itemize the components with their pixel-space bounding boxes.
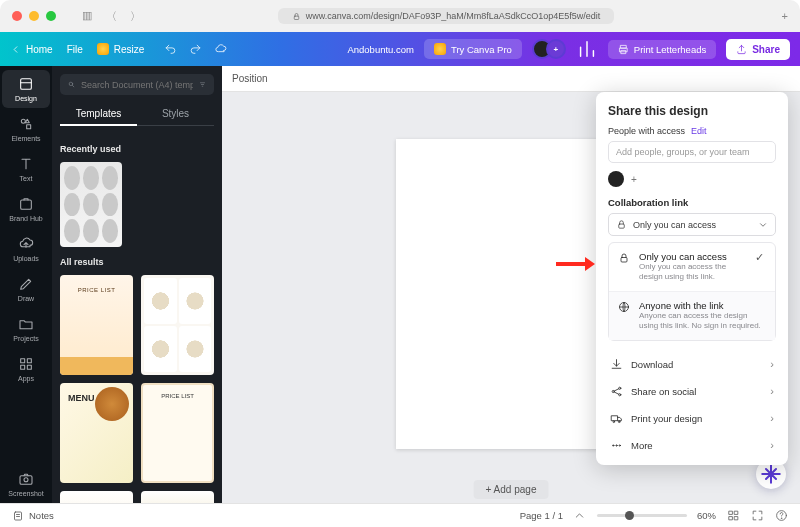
share-button[interactable]: Share [726, 39, 790, 60]
search-input[interactable] [81, 80, 193, 90]
fullscreen-icon[interactable] [750, 509, 764, 523]
annotation-arrow [556, 262, 586, 266]
zoom-value[interactable]: 60% [697, 510, 716, 521]
rail-draw[interactable]: Draw [2, 270, 50, 308]
option-anyone-link[interactable]: Anyone with the link Anyone can access t… [609, 291, 775, 340]
maximize-window-icon[interactable] [46, 11, 56, 21]
zoom-slider[interactable] [597, 514, 687, 517]
templates-panel: Templates Styles Portfolio Border Menu C… [52, 66, 222, 503]
collaborator-avatars[interactable]: + [532, 38, 566, 60]
cloud-sync-icon[interactable] [214, 43, 227, 56]
document-page[interactable] [396, 139, 626, 449]
filter-icon[interactable] [199, 79, 206, 90]
template-thumbnail[interactable] [141, 383, 214, 483]
svg-point-33 [781, 518, 782, 519]
check-icon: ✓ [755, 251, 767, 264]
home-button[interactable]: Home [10, 44, 53, 55]
svg-point-23 [618, 421, 620, 423]
print-design-option[interactable]: Print your design› [608, 405, 776, 432]
chevron-down-icon [758, 220, 768, 230]
chevron-right-icon[interactable]: 〉 [130, 9, 144, 23]
file-menu[interactable]: File [67, 44, 83, 55]
close-window-icon[interactable] [12, 11, 22, 21]
chevron-up-icon[interactable] [573, 509, 587, 523]
svg-point-14 [69, 82, 73, 86]
chevron-right-icon: › [770, 439, 774, 451]
chevron-left-icon[interactable]: 〈 [106, 9, 120, 23]
resize-button[interactable]: Resize [97, 43, 145, 55]
svg-rect-10 [21, 365, 25, 369]
rail-apps[interactable]: Apps [2, 350, 50, 388]
share-popover: Share this design People with access Edi… [596, 92, 788, 465]
sidebar-icon[interactable]: ▥ [82, 9, 96, 23]
undo-icon[interactable] [164, 43, 177, 56]
elements-icon [18, 116, 34, 132]
app-header: Home File Resize Andobuntu.com Try Canva… [0, 32, 800, 66]
add-person-icon[interactable]: + [627, 172, 641, 186]
svg-rect-1 [621, 45, 627, 48]
more-option[interactable]: More› [608, 432, 776, 459]
side-rail: Design Elements Text Brand Hub Uploads D… [0, 66, 52, 503]
url-bar[interactable]: www.canva.com/design/DAFo93P_haM/Mm8fLaA… [152, 8, 740, 24]
notes-button[interactable]: Notes [12, 510, 54, 522]
svg-rect-21 [612, 415, 618, 420]
globe-icon [618, 301, 630, 313]
template-thumbnail[interactable] [60, 275, 133, 375]
rail-screenshot[interactable]: Screenshot [2, 465, 50, 503]
link-access-select[interactable]: Only you can access [608, 213, 776, 236]
svg-rect-15 [619, 224, 625, 228]
browser-titlebar: ▥ 〈 〉 www.canva.com/design/DAFo93P_haM/M… [0, 0, 800, 32]
canvas-area[interactable]: + Add page Share this design People with… [222, 92, 800, 503]
brand-hub-icon [18, 196, 34, 212]
help-icon[interactable] [774, 509, 788, 523]
rail-elements[interactable]: Elements [2, 110, 50, 148]
brand-label[interactable]: Andobuntu.com [347, 44, 414, 55]
avatar [608, 171, 624, 187]
browser-toolbar-icons: ▥ 〈 〉 [82, 9, 144, 23]
svg-rect-7 [21, 200, 32, 209]
download-option[interactable]: Download› [608, 351, 776, 378]
grid-view-icon[interactable] [726, 509, 740, 523]
template-thumbnail[interactable] [60, 162, 122, 247]
window-controls [12, 11, 56, 21]
svg-point-25 [616, 444, 617, 445]
rail-projects[interactable]: Projects [2, 310, 50, 348]
template-search[interactable] [60, 74, 214, 95]
share-social-option[interactable]: Share on social› [608, 378, 776, 405]
position-button[interactable]: Position [232, 73, 268, 84]
truck-icon [610, 412, 623, 425]
rail-text[interactable]: Text [2, 150, 50, 188]
template-thumbnail[interactable] [60, 491, 133, 503]
minimize-window-icon[interactable] [29, 11, 39, 21]
url-text: www.canva.com/design/DAFo93P_haM/Mm8fLaA… [306, 11, 601, 21]
rail-uploads[interactable]: Uploads [2, 230, 50, 268]
upload-icon [736, 44, 747, 55]
insights-icon[interactable] [576, 38, 598, 60]
redo-icon[interactable] [189, 43, 202, 56]
option-only-you[interactable]: Only you can access Only you can access … [609, 243, 775, 291]
edit-access-link[interactable]: Edit [691, 126, 707, 136]
rail-brand-hub[interactable]: Brand Hub [2, 190, 50, 228]
chevron-right-icon: › [770, 412, 774, 424]
add-page-button[interactable]: + Add page [474, 480, 549, 499]
svg-rect-11 [27, 365, 31, 369]
new-tab-icon[interactable]: + [782, 10, 788, 22]
notes-icon [12, 510, 24, 522]
add-people-input[interactable]: Add people, groups, or your team [608, 141, 776, 163]
search-icon [68, 79, 75, 90]
rail-design[interactable]: Design [2, 70, 50, 108]
template-thumbnail[interactable] [141, 275, 214, 375]
tab-styles[interactable]: Styles [137, 103, 214, 126]
print-button[interactable]: Print Letterheads [608, 40, 716, 59]
svg-point-22 [613, 421, 615, 423]
tab-templates[interactable]: Templates [60, 103, 137, 126]
try-pro-button[interactable]: Try Canva Pro [424, 39, 522, 59]
svg-rect-12 [20, 476, 32, 485]
home-label: Home [26, 44, 53, 55]
all-results-heading: All results [60, 257, 214, 267]
template-thumbnail[interactable] [141, 491, 214, 503]
chevron-left-icon [10, 44, 21, 55]
template-thumbnail[interactable] [60, 383, 133, 483]
add-collaborator-icon[interactable]: + [546, 39, 566, 59]
page-indicator[interactable]: Page 1 / 1 [520, 510, 563, 521]
